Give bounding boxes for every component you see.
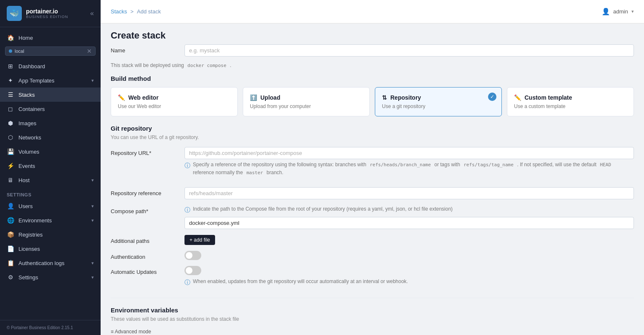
repository-desc: Use a git repository	[382, 103, 495, 109]
automatic-updates-toggle[interactable]	[184, 266, 201, 275]
git-section-title: Git repository	[111, 125, 634, 132]
sidebar-item-host[interactable]: 🖥 Host ▾	[0, 173, 101, 187]
sidebar-host-label: Host	[18, 177, 30, 183]
upload-title: ⬆️ Upload	[250, 94, 363, 101]
authentication-slider	[184, 251, 201, 260]
name-input[interactable]	[184, 44, 634, 57]
repo-url-label: Repository URL*	[111, 147, 178, 156]
sidebar-environments-label: Environments	[18, 217, 52, 224]
repo-ref-row: Repository reference	[111, 187, 634, 199]
breadcrumb-sep: >	[130, 8, 134, 15]
name-field-control	[184, 44, 634, 57]
sidebar-item-containers[interactable]: ◻ Containers	[0, 102, 101, 116]
compose-path-input[interactable]	[184, 217, 634, 229]
sidebar-item-events[interactable]: ⚡ Events	[0, 159, 101, 173]
automatic-updates-control: ⓘ When enabled, updates from the git rep…	[184, 266, 634, 292]
add-file-button[interactable]: + add file	[184, 235, 215, 245]
authentication-label: Authentication	[111, 251, 178, 260]
content-area: Name This stack will be deployed using d…	[101, 44, 644, 335]
env-advanced-mode: ≡ Advanced mode	[111, 329, 634, 335]
volumes-icon: 💾	[7, 148, 14, 155]
env-dot	[9, 49, 12, 53]
sidebar-item-volumes[interactable]: 💾 Volumes	[0, 144, 101, 159]
sidebar-images-label: Images	[18, 120, 36, 126]
sidebar-nav: 🏠 Home local ✕ ⊞ Dashboard ✦ App Templat…	[0, 27, 101, 320]
logo-area: 🐳 portainer.io BUSINESS EDITION	[7, 6, 68, 21]
compose-path-control: ⓘ Indicate the path to the Compose file …	[184, 205, 634, 229]
sidebar-users-label: Users	[18, 203, 33, 209]
sidebar-volumes-label: Volumes	[18, 149, 39, 155]
sidebar-item-licenses[interactable]: 📄 Licenses	[0, 242, 101, 256]
sidebar-item-environments[interactable]: 🌐 Environments ▾	[0, 213, 101, 227]
additional-paths-label: Additional paths	[111, 235, 178, 244]
env-section-desc: These values will be used as substitutio…	[111, 316, 634, 322]
sidebar-item-app-templates[interactable]: ✦ App Templates ▾	[0, 73, 101, 88]
environments-icon: 🌐	[7, 217, 14, 224]
sidebar-item-auth-logs[interactable]: 📋 Authentication logs ▾	[0, 256, 101, 270]
compose-path-hint-text: Indicate the path to the Compose file fr…	[193, 205, 453, 213]
user-area[interactable]: 👤 admin ▾	[602, 8, 634, 15]
build-method-title: Build method	[111, 75, 634, 82]
automatic-updates-row: Automatic Updates ⓘ When enabled, update…	[111, 266, 634, 292]
build-card-web-editor[interactable]: ✏️ Web editor Use our Web editor	[111, 87, 238, 116]
auth-logs-chevron: ▾	[91, 260, 94, 266]
sidebar-stacks-label: Stacks	[18, 92, 35, 98]
name-row: Name	[111, 44, 634, 57]
host-icon: 🖥	[7, 177, 14, 183]
authentication-toggle[interactable]	[184, 251, 201, 260]
sidebar-dashboard-label: Dashboard	[18, 63, 45, 70]
divider	[111, 298, 634, 298]
head-code: HEAD	[598, 162, 613, 168]
sidebar-item-home[interactable]: 🏠 Home	[0, 31, 101, 45]
deploy-hint: This stack will be deployed using docker…	[111, 62, 634, 68]
repository-check-icon: ✓	[488, 93, 496, 101]
settings-chevron: ▾	[91, 275, 94, 280]
users-chevron: ▾	[91, 204, 94, 209]
sidebar-item-images[interactable]: ⬢ Images	[0, 116, 101, 130]
env-badge: local ✕	[5, 46, 96, 56]
sidebar: 🐳 portainer.io BUSINESS EDITION « 🏠 Home…	[0, 0, 101, 335]
advanced-mode-label: ≡ Advanced mode	[111, 329, 151, 335]
refs-heads-code: refs/heads/branch_name	[368, 162, 433, 168]
sidebar-item-dashboard[interactable]: ⊞ Dashboard	[0, 59, 101, 73]
app-templates-icon: ✦	[7, 77, 14, 84]
sidebar-item-settings[interactable]: ⚙ Settings ▾	[0, 270, 101, 284]
repo-url-input[interactable]	[184, 147, 634, 159]
repo-ref-control	[184, 187, 634, 199]
build-card-repository[interactable]: ⇅ Repository Use a git repository ✓	[375, 87, 502, 116]
web-editor-title: ✏️ Web editor	[118, 94, 231, 101]
sidebar-events-label: Events	[18, 163, 35, 169]
logo-main-text: portainer.io	[26, 8, 68, 15]
sidebar-item-users[interactable]: 👤 Users ▾	[0, 199, 101, 213]
build-card-upload[interactable]: ⬆️ Upload Upload from your computer	[243, 87, 370, 116]
page-title: Create stack	[101, 23, 644, 44]
stacks-icon: ☰	[7, 91, 14, 98]
deploy-hint2: .	[230, 62, 231, 68]
registries-icon: 📦	[7, 231, 14, 238]
sidebar-item-registries[interactable]: 📦 Registries	[0, 227, 101, 242]
host-chevron: ▾	[91, 178, 94, 183]
repository-title: ⇅ Repository	[382, 94, 495, 101]
automatic-updates-slider	[184, 266, 201, 275]
sidebar-item-networks[interactable]: ⬡ Networks	[0, 130, 101, 144]
breadcrumb-parent[interactable]: Stacks	[111, 8, 127, 15]
sidebar-item-stacks[interactable]: ☰ Stacks	[0, 88, 101, 102]
repo-ref-input[interactable]	[184, 187, 634, 199]
dashboard-icon: ⊞	[7, 63, 14, 70]
authentication-control	[184, 251, 634, 260]
web-editor-icon: ✏️	[118, 94, 125, 101]
sidebar-collapse-button[interactable]: «	[90, 10, 94, 17]
settings-icon: ⚙	[7, 274, 14, 281]
home-icon: 🏠	[7, 34, 14, 41]
env-section-title: Environment variables	[111, 307, 634, 314]
repo-url-hint-row: ⓘ Specify a reference of the repository …	[184, 161, 634, 176]
images-icon: ⬢	[7, 120, 14, 126]
user-chevron-icon: ▾	[631, 9, 634, 14]
user-label: admin	[613, 8, 628, 15]
repository-icon: ⇅	[382, 94, 387, 101]
sidebar-licenses-label: Licenses	[18, 246, 40, 252]
env-close-icon[interactable]: ✕	[87, 48, 92, 54]
refs-tags-code: refs/tags/tag_name	[462, 162, 516, 168]
build-card-custom-template[interactable]: ✏️ Custom template Use a custom template	[507, 87, 634, 116]
user-icon: 👤	[602, 8, 610, 15]
